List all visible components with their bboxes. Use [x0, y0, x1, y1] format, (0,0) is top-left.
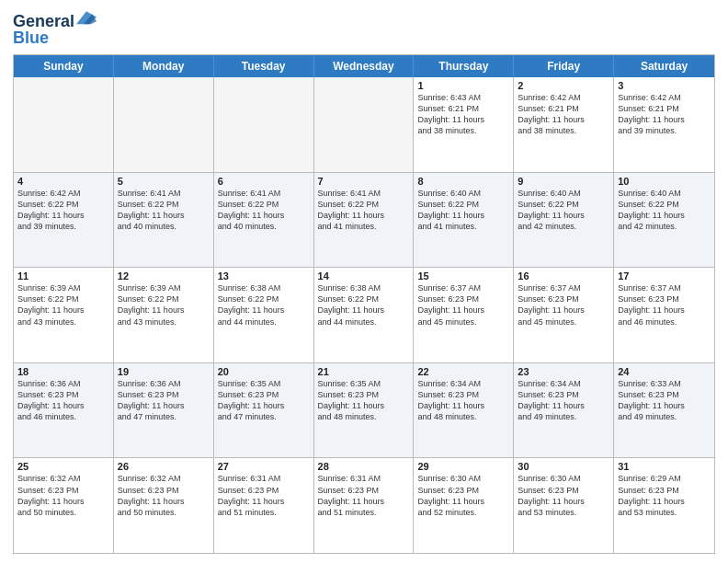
- cell-info: Sunrise: 6:40 AM Sunset: 6:22 PM Dayligh…: [417, 188, 509, 233]
- calendar-cell: 24Sunrise: 6:33 AM Sunset: 6:23 PM Dayli…: [614, 363, 714, 458]
- day-number: 10: [618, 176, 711, 187]
- day-number: 29: [417, 461, 509, 472]
- calendar-header-cell: Friday: [514, 55, 614, 77]
- calendar-cell: 28Sunrise: 6:31 AM Sunset: 6:23 PM Dayli…: [314, 458, 415, 553]
- calendar-cell: 3Sunrise: 6:42 AM Sunset: 6:21 PM Daylig…: [614, 77, 714, 172]
- calendar-cell: 22Sunrise: 6:34 AM Sunset: 6:23 PM Dayli…: [414, 363, 514, 458]
- day-number: 25: [17, 461, 109, 472]
- calendar-header-cell: Tuesday: [214, 55, 314, 77]
- logo-icon: [76, 10, 97, 27]
- day-number: 16: [518, 270, 609, 282]
- cell-info: Sunrise: 6:35 AM Sunset: 6:23 PM Dayligh…: [218, 378, 310, 423]
- page: General Blue SundayMondayTuesdayWednesda…: [0, 0, 728, 563]
- calendar-cell: 18Sunrise: 6:36 AM Sunset: 6:23 PM Dayli…: [14, 363, 114, 458]
- calendar-cell-empty: [14, 77, 114, 172]
- day-number: 18: [17, 366, 109, 377]
- day-number: 5: [118, 176, 210, 187]
- cell-info: Sunrise: 6:42 AM Sunset: 6:21 PM Dayligh…: [618, 92, 711, 137]
- day-number: 14: [318, 270, 410, 282]
- calendar-cell: 31Sunrise: 6:29 AM Sunset: 6:23 PM Dayli…: [614, 458, 714, 553]
- cell-info: Sunrise: 6:37 AM Sunset: 6:23 PM Dayligh…: [518, 282, 609, 327]
- calendar-cell: 6Sunrise: 6:41 AM Sunset: 6:22 PM Daylig…: [214, 173, 314, 268]
- day-number: 27: [218, 461, 310, 472]
- cell-info: Sunrise: 6:38 AM Sunset: 6:22 PM Dayligh…: [318, 282, 410, 327]
- calendar-cell: 21Sunrise: 6:35 AM Sunset: 6:23 PM Dayli…: [314, 363, 415, 458]
- cell-info: Sunrise: 6:41 AM Sunset: 6:22 PM Dayligh…: [218, 188, 310, 233]
- cell-info: Sunrise: 6:32 AM Sunset: 6:23 PM Dayligh…: [118, 473, 210, 518]
- day-number: 4: [17, 176, 109, 187]
- calendar-cell: 10Sunrise: 6:40 AM Sunset: 6:22 PM Dayli…: [614, 173, 714, 268]
- calendar-cell: 25Sunrise: 6:32 AM Sunset: 6:23 PM Dayli…: [14, 458, 114, 553]
- cell-info: Sunrise: 6:34 AM Sunset: 6:23 PM Dayligh…: [518, 378, 609, 423]
- calendar-cell: 17Sunrise: 6:37 AM Sunset: 6:23 PM Dayli…: [614, 268, 714, 362]
- calendar-cell: 9Sunrise: 6:40 AM Sunset: 6:22 PM Daylig…: [514, 173, 614, 268]
- cell-info: Sunrise: 6:40 AM Sunset: 6:22 PM Dayligh…: [518, 188, 609, 233]
- day-number: 22: [417, 366, 509, 377]
- cell-info: Sunrise: 6:37 AM Sunset: 6:23 PM Dayligh…: [618, 282, 711, 327]
- calendar-cell: 4Sunrise: 6:42 AM Sunset: 6:22 PM Daylig…: [14, 173, 114, 268]
- calendar: SundayMondayTuesdayWednesdayThursdayFrid…: [13, 54, 715, 554]
- cell-info: Sunrise: 6:43 AM Sunset: 6:21 PM Dayligh…: [417, 92, 509, 137]
- calendar-row: 18Sunrise: 6:36 AM Sunset: 6:23 PM Dayli…: [14, 362, 714, 458]
- calendar-header-cell: Monday: [114, 55, 214, 77]
- day-number: 26: [118, 461, 210, 472]
- calendar-cell-empty: [214, 77, 314, 172]
- logo: General Blue: [13, 13, 97, 47]
- day-number: 13: [218, 270, 310, 282]
- calendar-cell: 15Sunrise: 6:37 AM Sunset: 6:23 PM Dayli…: [414, 268, 514, 362]
- cell-info: Sunrise: 6:41 AM Sunset: 6:22 PM Dayligh…: [318, 188, 410, 233]
- cell-info: Sunrise: 6:39 AM Sunset: 6:22 PM Dayligh…: [17, 282, 109, 327]
- cell-info: Sunrise: 6:35 AM Sunset: 6:23 PM Dayligh…: [318, 378, 410, 423]
- calendar-row: 1Sunrise: 6:43 AM Sunset: 6:21 PM Daylig…: [14, 77, 714, 172]
- cell-info: Sunrise: 6:29 AM Sunset: 6:23 PM Dayligh…: [618, 473, 711, 518]
- calendar-cell: 19Sunrise: 6:36 AM Sunset: 6:23 PM Dayli…: [114, 363, 214, 458]
- calendar-header: SundayMondayTuesdayWednesdayThursdayFrid…: [14, 55, 714, 77]
- day-number: 2: [518, 80, 609, 91]
- logo-text-general: General: [13, 13, 74, 29]
- calendar-cell: 29Sunrise: 6:30 AM Sunset: 6:23 PM Dayli…: [414, 458, 514, 553]
- header: General Blue: [13, 9, 715, 47]
- cell-info: Sunrise: 6:33 AM Sunset: 6:23 PM Dayligh…: [618, 378, 711, 423]
- calendar-cell: 23Sunrise: 6:34 AM Sunset: 6:23 PM Dayli…: [514, 363, 614, 458]
- calendar-header-cell: Saturday: [614, 55, 714, 77]
- day-number: 19: [118, 366, 210, 377]
- cell-info: Sunrise: 6:31 AM Sunset: 6:23 PM Dayligh…: [218, 473, 310, 518]
- day-number: 9: [518, 176, 609, 187]
- day-number: 6: [218, 176, 310, 187]
- cell-info: Sunrise: 6:41 AM Sunset: 6:22 PM Dayligh…: [118, 188, 210, 233]
- cell-info: Sunrise: 6:34 AM Sunset: 6:23 PM Dayligh…: [417, 378, 509, 423]
- day-number: 3: [618, 80, 711, 91]
- calendar-cell: 14Sunrise: 6:38 AM Sunset: 6:22 PM Dayli…: [314, 268, 415, 362]
- calendar-cell: 30Sunrise: 6:30 AM Sunset: 6:23 PM Dayli…: [514, 458, 614, 553]
- calendar-cell: 7Sunrise: 6:41 AM Sunset: 6:22 PM Daylig…: [314, 173, 415, 268]
- cell-info: Sunrise: 6:30 AM Sunset: 6:23 PM Dayligh…: [518, 473, 609, 518]
- day-number: 11: [17, 270, 109, 282]
- calendar-cell: 20Sunrise: 6:35 AM Sunset: 6:23 PM Dayli…: [214, 363, 314, 458]
- cell-info: Sunrise: 6:36 AM Sunset: 6:23 PM Dayligh…: [17, 378, 109, 423]
- cell-info: Sunrise: 6:30 AM Sunset: 6:23 PM Dayligh…: [417, 473, 509, 518]
- calendar-body: 1Sunrise: 6:43 AM Sunset: 6:21 PM Daylig…: [14, 77, 714, 553]
- calendar-cell: 13Sunrise: 6:38 AM Sunset: 6:22 PM Dayli…: [214, 268, 314, 362]
- day-number: 20: [218, 366, 310, 377]
- day-number: 31: [618, 461, 711, 472]
- calendar-row: 11Sunrise: 6:39 AM Sunset: 6:22 PM Dayli…: [14, 267, 714, 362]
- cell-info: Sunrise: 6:31 AM Sunset: 6:23 PM Dayligh…: [318, 473, 410, 518]
- cell-info: Sunrise: 6:42 AM Sunset: 6:22 PM Dayligh…: [17, 188, 109, 233]
- cell-info: Sunrise: 6:40 AM Sunset: 6:22 PM Dayligh…: [618, 188, 711, 233]
- calendar-cell: 12Sunrise: 6:39 AM Sunset: 6:22 PM Dayli…: [114, 268, 214, 362]
- day-number: 24: [618, 366, 711, 377]
- day-number: 7: [318, 176, 410, 187]
- calendar-cell: 1Sunrise: 6:43 AM Sunset: 6:21 PM Daylig…: [414, 77, 514, 172]
- calendar-cell: 8Sunrise: 6:40 AM Sunset: 6:22 PM Daylig…: [414, 173, 514, 268]
- calendar-header-cell: Sunday: [14, 55, 114, 77]
- calendar-header-cell: Wednesday: [314, 55, 415, 77]
- day-number: 1: [417, 80, 509, 91]
- day-number: 28: [318, 461, 410, 472]
- cell-info: Sunrise: 6:36 AM Sunset: 6:23 PM Dayligh…: [118, 378, 210, 423]
- calendar-cell: 26Sunrise: 6:32 AM Sunset: 6:23 PM Dayli…: [114, 458, 214, 553]
- day-number: 30: [518, 461, 609, 472]
- cell-info: Sunrise: 6:32 AM Sunset: 6:23 PM Dayligh…: [17, 473, 109, 518]
- cell-info: Sunrise: 6:37 AM Sunset: 6:23 PM Dayligh…: [417, 282, 509, 327]
- calendar-cell: 11Sunrise: 6:39 AM Sunset: 6:22 PM Dayli…: [14, 268, 114, 362]
- calendar-cell: 16Sunrise: 6:37 AM Sunset: 6:23 PM Dayli…: [514, 268, 614, 362]
